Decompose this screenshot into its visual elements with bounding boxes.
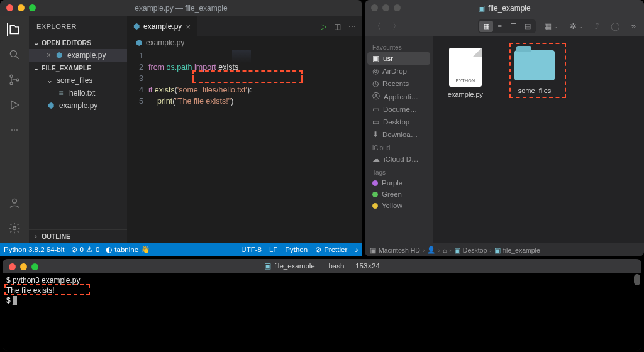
open-editors-section[interactable]: ⌄ OPEN EDITORS (29, 36, 127, 49)
folder-section[interactable]: ⌄ FILE_EXAMPLE (29, 62, 127, 74)
code-editor[interactable]: 1 2 3 4 5 from os.path import exists if … (127, 49, 362, 243)
status-prettier[interactable]: ⊘Prettier (315, 245, 347, 254)
code-content[interactable]: from os.path import exists if exists('so… (148, 49, 252, 243)
status-tabnine[interactable]: ◐tabnine👋 (106, 245, 150, 254)
scrollbar[interactable] (634, 274, 640, 285)
path-bar[interactable]: ▣Macintosh HD › 👤 › ⌂ › ▣Desktop › ▣file… (365, 243, 644, 256)
gallery-view-button[interactable]: ▤ (521, 21, 535, 32)
sidebar-item-icloud[interactable]: ☁iCloud D… (367, 153, 430, 165)
window-controls (371, 4, 401, 11)
folder-icon: ▣ (494, 246, 501, 254)
svg-point-3 (16, 79, 19, 81)
sidebar-item-documents[interactable]: ▭Docume… (367, 103, 430, 116)
desktop-icon: ▭ (372, 118, 379, 126)
breadcrumb[interactable]: ⬢ example.py (127, 36, 362, 49)
minimize-window-button[interactable] (382, 4, 389, 11)
more-icon[interactable]: ⋯ (348, 22, 356, 31)
outline-section[interactable]: › OUTLINE (29, 229, 127, 243)
tab-example-py[interactable]: ⬢ example.py × (127, 16, 197, 36)
maximize-window-button[interactable] (31, 263, 38, 270)
window-controls (6, 4, 36, 11)
folder-icon (514, 50, 555, 80)
split-editor-icon[interactable]: ◫ (334, 22, 341, 31)
chevron-right-icon: › (489, 246, 492, 254)
home-icon: ⌂ (443, 246, 447, 254)
folder-icon: ▣ (478, 4, 485, 13)
maximize-window-button[interactable] (29, 4, 36, 11)
tag-dot-icon (372, 203, 378, 209)
editor-area: ⬢ example.py × ▷ ◫ ⋯ ⬢ example.py 1 2 3 (127, 16, 362, 243)
search-icon[interactable] (8, 48, 21, 62)
tag-button[interactable]: ◯ (608, 19, 623, 33)
sidebar-item-usr[interactable]: ▣usr (367, 52, 430, 65)
more-icon[interactable]: ⋯ (8, 123, 21, 137)
finder-sidebar: Favourites ▣usr ◎AirDrop ◷Recents ⒶAppli… (365, 36, 433, 243)
run-debug-icon[interactable] (8, 98, 21, 112)
minimize-window-button[interactable] (18, 4, 25, 11)
sidebar-item-desktop[interactable]: ▭Desktop (367, 116, 430, 128)
close-window-button[interactable] (371, 4, 378, 11)
tree-folder[interactable]: ⌄ some_files (29, 74, 127, 87)
account-icon[interactable] (8, 196, 21, 210)
finder-window: ▣ file_example 〈 〉 ▦ ≡ ☰ ▤ ▦ ⌄ ✲ ⌄ ⤴ ◯ »… (365, 0, 644, 256)
tag-yellow[interactable]: Yellow (367, 200, 430, 211)
close-window-button[interactable] (6, 4, 13, 11)
sidebar-item-recents[interactable]: ◷Recents (367, 77, 430, 90)
status-encoding[interactable]: UTF-8 (241, 246, 262, 253)
settings-gear-icon[interactable] (8, 221, 21, 235)
group-button[interactable]: ▦ ⌄ (541, 19, 562, 33)
maximize-window-button[interactable] (394, 4, 401, 11)
sidebar-item-airdrop[interactable]: ◎AirDrop (367, 65, 430, 77)
sidebar-item-applications[interactable]: ⒶApplicati… (367, 90, 430, 103)
folder-icon: ▣ (264, 261, 271, 270)
tag-green[interactable]: Green (367, 189, 430, 200)
tag-purple[interactable]: Purple (367, 177, 430, 189)
chevron-right-icon: › (438, 246, 440, 254)
list-view-button[interactable]: ≡ (493, 21, 507, 32)
window-controls (9, 263, 38, 270)
forward-button[interactable]: 〉 (389, 19, 404, 34)
file-item-some-files[interactable]: some_files (509, 48, 560, 94)
airdrop-icon: ◎ (372, 67, 379, 75)
finder-content[interactable]: example.py some_files (433, 36, 644, 243)
share-button[interactable]: ⤴ (592, 19, 602, 33)
editor-tabs: ⬢ example.py × ▷ ◫ ⋯ (127, 16, 362, 36)
open-editor-item[interactable]: × ⬢ example.py (29, 49, 127, 62)
svg-point-5 (13, 227, 16, 230)
tree-file-txt[interactable]: ≡ hello.txt (29, 87, 127, 99)
svg-point-2 (10, 82, 13, 85)
more-icon[interactable]: ⋯ (113, 23, 120, 31)
status-language[interactable]: Python (285, 246, 308, 253)
tags-header: Tags (367, 165, 430, 177)
source-control-icon[interactable] (8, 73, 21, 87)
close-icon[interactable]: × (47, 51, 51, 60)
file-item-example-py[interactable]: example.py (440, 48, 491, 98)
action-gear-button[interactable]: ✲ ⌄ (567, 19, 587, 33)
status-python[interactable]: Python 3.8.2 64-bit (4, 246, 65, 253)
tag-dot-icon (372, 192, 378, 197)
tag-dot-icon (372, 180, 378, 186)
column-view-button[interactable]: ☰ (507, 21, 521, 32)
status-problems[interactable]: ⊘0 ⚠0 (71, 245, 100, 254)
explorer-icon[interactable] (7, 23, 21, 36)
close-window-button[interactable] (9, 263, 16, 270)
terminal-window: ▣ file_example — -bash — 153×24 $ python… (3, 259, 641, 351)
clock-icon: ◷ (372, 79, 379, 88)
status-notifications-icon[interactable]: ♪ (355, 246, 358, 253)
close-tab-icon[interactable]: × (186, 22, 191, 31)
python-file-icon: ⬢ (47, 101, 55, 110)
tree-file-py[interactable]: ⬢ example.py (29, 99, 127, 112)
terminal-content[interactable]: $ python3 example.py The file exists! $ … (3, 273, 641, 351)
icon-view-button[interactable]: ▦ (479, 21, 493, 32)
chevron-down-icon: ⌄ (33, 64, 39, 72)
status-eol[interactable]: LF (269, 246, 277, 253)
chevron-right-icon: › (33, 233, 39, 240)
more-button[interactable]: » (628, 19, 639, 33)
sidebar-item-downloads[interactable]: ⬇Downloa… (367, 128, 430, 141)
disk-icon: ▣ (370, 246, 376, 254)
minimap[interactable] (232, 50, 251, 63)
back-button[interactable]: 〈 (370, 19, 384, 34)
run-icon[interactable]: ▷ (321, 22, 326, 31)
minimize-window-button[interactable] (20, 263, 27, 270)
line-gutter: 1 2 3 4 5 (127, 49, 148, 243)
